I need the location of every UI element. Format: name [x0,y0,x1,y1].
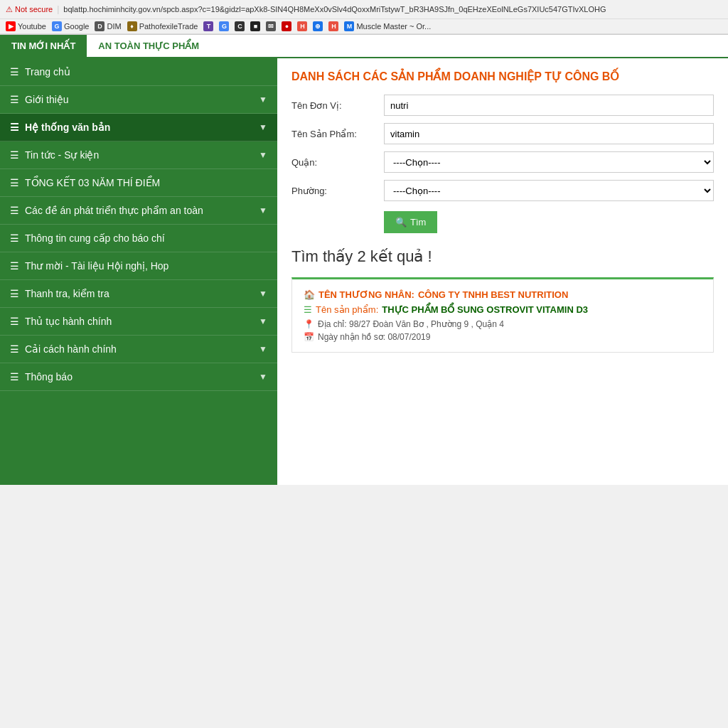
bookmark-hinge[interactable]: H [297,21,307,31]
bookmark-twitch[interactable]: T [203,21,213,31]
form-row-phuong: Phường: ----Chọn---- [291,180,714,201]
security-indicator: ⚠ Not secure [6,5,53,14]
nav-tin-moi-nhat[interactable]: TIN MỚI NHẤT [0,35,87,57]
hinge-icon: H [297,21,307,31]
chevron-icon: ▼ [259,344,267,354]
youtube-icon: ▶ [6,21,16,31]
list-icon: ☰ [304,304,312,315]
chevron-icon: ▼ [259,316,267,326]
form-row-don-vi: Tên Đơn Vị: [291,95,714,116]
main-content: DANH SÁCH CÁC SẢN PHẨM DOANH NGHIỆP TỰ C… [277,58,728,485]
twitch-icon: T [203,21,213,31]
san-pham-input[interactable] [384,123,714,144]
apps-icon: ⊕ [313,21,323,31]
menu-icon: ☰ [10,288,19,299]
pin-icon: 📍 [304,319,314,329]
menu-icon: ☰ [10,260,19,272]
bookmark-dim[interactable]: D DIM [95,21,121,31]
results-count: Tìm thấy 2 kết quả ! [291,247,714,266]
url-text[interactable]: bqlattp.hochiminhcity.gov.vn/spcb.aspx?c… [63,5,606,14]
bookmark-label: Muscle Master ~ Or... [356,22,431,31]
browser-chrome: ⚠ Not secure | bqlattp.hochiminhcity.gov… [0,0,728,35]
bookmark-red[interactable]: ● [282,21,291,31]
phuong-select[interactable]: ----Chọn---- [384,180,714,201]
content-area: ☰ Trang chủ ☰ Giới thiệu ▼ ☰ Hệ thống vă… [0,58,728,485]
search-button[interactable]: 🔍 Tìm [384,211,437,233]
menu-icon: ☰ [10,149,19,161]
menu-icon: ☰ [10,66,19,77]
patho-icon: ♦ [127,21,137,31]
result-product: ☰ Tên sản phẩm: THỰC PHẨM BỔ SUNG OSTROV… [304,304,702,315]
menu-icon: ☰ [10,371,19,382]
menu-icon: ☰ [10,122,19,133]
form-row-san-pham: Tên Sản Phẩm: [291,123,714,144]
sidebar-item-cai-cach[interactable]: ☰ Cải cách hành chính ▼ [0,336,277,363]
phuong-label: Phường: [291,186,377,196]
bookmark-c[interactable]: C [235,21,245,31]
home-icon: 🏠 [304,289,315,300]
product-prefix: Tên sản phẩm: [316,304,378,315]
bookmark-em[interactable]: ✉ [266,21,276,31]
sidebar-item-thanh-tra[interactable]: ☰ Thanh tra, kiểm tra ▼ [0,280,277,308]
company-name: CÔNG TY TNHH BEST NUTRITION [418,289,568,300]
result-company: 🏠 TÊN THƯƠNG NHÂN: CÔNG TY TNHH BEST NUT… [304,289,702,300]
bookmark-g2[interactable]: G [219,21,229,31]
bookmark-google[interactable]: G Google [52,21,89,31]
form-row-quan: Quận: ----Chọn---- [291,151,714,173]
quan-select[interactable]: ----Chọn---- [384,151,714,173]
bookmark-dark[interactable]: ■ [250,21,260,31]
bookmark-label: PathofexileTrade [139,22,198,31]
menu-icon: ☰ [10,232,19,244]
chevron-icon: ▼ [259,150,267,160]
bookmark-h2[interactable]: H [328,21,338,31]
sidebar-item-thong-tin-bao-chi[interactable]: ☰ Thông tin cung cấp cho báo chí [0,225,277,252]
dim-icon: D [95,21,105,31]
sidebar-item-tong-ket[interactable]: ☰ TỔNG KẾT 03 NĂM THÍ ĐIỂM [0,169,277,197]
search-form: Tên Đơn Vị: Tên Sản Phẩm: Quận: ----Chọn… [291,95,714,233]
sidebar-item-gioi-thieu[interactable]: ☰ Giới thiệu ▼ [0,86,277,114]
bookmark-apps[interactable]: ⊕ [313,21,323,31]
quan-label: Quận: [291,157,377,168]
san-pham-label: Tên Sản Phẩm: [291,129,377,139]
muscle-icon: M [344,21,354,31]
sidebar-item-thu-tuc[interactable]: ☰ Thủ tục hành chính ▼ [0,308,277,336]
chevron-icon: ▼ [259,372,267,382]
sidebar-item-tin-tuc[interactable]: ☰ Tin tức - Sự kiện ▼ [0,141,277,169]
don-vi-label: Tên Đơn Vị: [291,100,377,111]
chevron-icon: ▼ [259,95,267,105]
bookmark-muscle[interactable]: M Muscle Master ~ Or... [344,21,431,31]
bookmark-label: DIM [107,22,121,31]
bookmark-label: Youtube [18,22,46,31]
result-address: 📍 Địa chỉ: 98/27 Đoàn Văn Bơ , Phường 9 … [304,319,702,329]
menu-icon: ☰ [10,316,19,327]
bookmarks-bar: ▶ Youtube G Google D DIM ♦ PathofexileTr… [0,19,728,34]
don-vi-input[interactable] [384,95,714,116]
chevron-icon: ▼ [259,122,267,132]
calendar-icon: 📅 [304,332,314,342]
page-title: DANH SÁCH CÁC SẢN PHẨM DOANH NGHIỆP TỰ C… [291,70,714,83]
sidebar-item-thong-bao[interactable]: ☰ Thông báo ▼ [0,363,277,391]
result-date: 📅 Ngày nhận hồ sơ: 08/07/2019 [304,332,702,342]
nav-an-toan-thuc-pham[interactable]: AN TOÀN THỰC PHẨM [87,35,210,57]
menu-icon: ☰ [10,205,19,216]
url-divider: | [57,4,59,14]
sidebar-item-trang-chu[interactable]: ☰ Trang chủ [0,58,277,86]
bookmark-youtube[interactable]: ▶ Youtube [6,21,46,31]
h2-icon: H [328,21,338,31]
sidebar-item-he-thong-van-ban[interactable]: ☰ Hệ thống văn bản ▼ [0,114,277,141]
result-card: 🏠 TÊN THƯƠNG NHÂN: CÔNG TY TNHH BEST NUT… [291,277,714,353]
warning-icon: ⚠ [6,5,13,14]
sidebar-item-thu-moi[interactable]: ☰ Thư mời - Tài liệu Hội nghị, Hop [0,252,277,280]
form-row-button: 🔍 Tìm [291,208,714,233]
company-prefix: TÊN THƯƠNG NHÂN: [318,289,414,300]
red-icon: ● [282,21,291,31]
bookmark-label: Google [64,22,89,31]
bookmark-patho[interactable]: ♦ PathofexileTrade [127,21,198,31]
chevron-icon: ▼ [259,205,267,215]
sidebar-item-de-an[interactable]: ☰ Các đề án phát triển thực phẩm an toàn… [0,197,277,225]
g2-icon: G [219,21,229,31]
menu-icon: ☰ [10,177,19,188]
dark-icon: ■ [250,21,260,31]
search-icon: 🔍 [395,217,407,228]
c-icon: C [235,21,245,31]
